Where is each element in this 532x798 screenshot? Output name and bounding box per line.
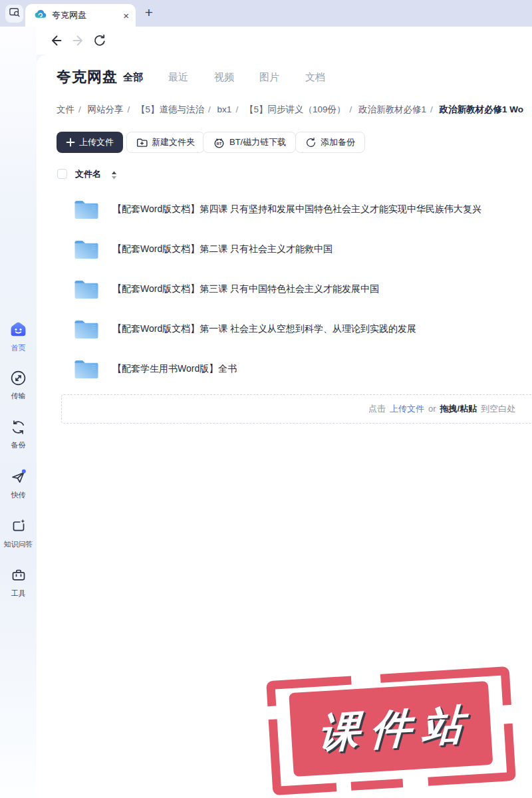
main-content: 夸克网盘 全部 最近 视频 图片 文档 文件/ 网站分享/ 【5】道德与法治/ … bbox=[37, 55, 532, 798]
tab-all[interactable]: 全部 bbox=[123, 71, 143, 84]
breadcrumb-separator: / bbox=[78, 104, 81, 114]
backup-sync-icon bbox=[10, 426, 27, 438]
home-icon bbox=[9, 321, 27, 341]
sidebar-item-label: 传输 bbox=[0, 391, 37, 401]
sidebar-item-knowledge-qa[interactable]: 知识问答 bbox=[0, 517, 37, 549]
folder-icon bbox=[74, 319, 99, 342]
sidebar-item-home[interactable]: 首页 bbox=[0, 321, 37, 353]
file-row[interactable]: 【配套学生用书Word版】全书 bbox=[37, 349, 532, 389]
breadcrumb-separator: / bbox=[208, 104, 211, 114]
sidebar-item-transfer[interactable]: 传输 bbox=[0, 370, 37, 401]
browser-tab-bar: 夸克网盘 × + bbox=[0, 0, 532, 27]
bt-magnet-download-button[interactable]: BT BT/磁力链下载 bbox=[203, 132, 296, 153]
tab-recent[interactable]: 最近 bbox=[168, 71, 188, 84]
folder-icon bbox=[74, 358, 99, 382]
stamp-body: 课件站 bbox=[289, 681, 493, 777]
svg-text:BT: BT bbox=[217, 141, 222, 145]
quark-logo-icon bbox=[34, 8, 47, 23]
sidebar-item-backup[interactable]: 备份 bbox=[0, 419, 37, 450]
breadcrumb-item[interactable]: 政治新教材必修1 bbox=[358, 104, 426, 114]
upload-hint: 点击上传文件or拖拽/粘贴到空白处 bbox=[368, 395, 515, 423]
browser-tab-quark[interactable]: 夸克网盘 × bbox=[25, 4, 136, 27]
breadcrumb-separator: / bbox=[430, 104, 433, 114]
new-tab-button[interactable]: + bbox=[140, 3, 158, 22]
back-icon[interactable] bbox=[49, 34, 63, 47]
breadcrumb-separator: / bbox=[128, 104, 130, 114]
folder-icon bbox=[74, 279, 99, 302]
sidebar bbox=[0, 27, 37, 798]
file-row[interactable]: 【配套Word版文档】第四课 只有坚持和发展中国特色社会主义才能实现中华民族伟大… bbox=[37, 190, 532, 229]
breadcrumb-item[interactable]: 【5】道德与法治 bbox=[136, 104, 204, 114]
file-name[interactable]: 【配套Word版文档】第四课 只有坚持和发展中国特色社会主义才能实现中华民族伟大… bbox=[112, 203, 481, 215]
sidebar-item-label: 快传 bbox=[0, 490, 37, 500]
file-name[interactable]: 【配套Word版文档】第三课 只有中国特色社会主义才能发展中国 bbox=[112, 283, 379, 295]
watermark-stamp: 课件站 bbox=[266, 666, 516, 795]
file-name[interactable]: 【配套Word版文档】第二课 只有社会主义才能救中国 bbox=[112, 243, 332, 255]
paper-plane-icon bbox=[10, 476, 27, 487]
stamp-text: 课件站 bbox=[307, 696, 475, 762]
breadcrumb-item[interactable]: bx1 bbox=[217, 104, 232, 114]
file-row[interactable]: 【配套Word版文档】第二课 只有社会主义才能救中国 bbox=[37, 229, 532, 269]
add-backup-button[interactable]: 添加备份 bbox=[295, 132, 365, 153]
breadcrumb-separator: / bbox=[349, 104, 352, 114]
tab-close-icon[interactable]: × bbox=[123, 11, 129, 21]
sidebar-item-label: 知识问答 bbox=[0, 539, 37, 549]
tab-video[interactable]: 视频 bbox=[214, 71, 234, 84]
file-list-header: 文件名 bbox=[37, 167, 532, 183]
sidebar-item-quick-send[interactable]: 快传 bbox=[0, 468, 37, 500]
sidebar-item-label: 备份 bbox=[0, 440, 37, 450]
file-row[interactable]: 【配套Word版文档】第一课 社会主义从空想到科学、从理论到实践的发展 bbox=[37, 309, 532, 349]
tab-search-icon bbox=[9, 7, 20, 20]
tab-search-button[interactable] bbox=[5, 5, 23, 23]
folder-icon bbox=[74, 239, 99, 262]
new-folder-icon bbox=[136, 138, 148, 148]
upload-dropzone[interactable]: 点击上传文件or拖拽/粘贴到空白处 bbox=[61, 394, 532, 424]
breadcrumb-item[interactable]: 网站分享 bbox=[88, 104, 124, 114]
sidebar-item-label: 首页 bbox=[0, 343, 37, 353]
bt-magnet-icon: BT bbox=[213, 136, 225, 149]
toolbox-icon bbox=[10, 575, 27, 586]
sidebar-item-label: 工具 bbox=[0, 589, 37, 598]
breadcrumb: 文件/ 网站分享/ 【5】道德与法治/ bx1/ 【5】同步讲义（109份）/ … bbox=[57, 104, 532, 116]
refresh-icon[interactable] bbox=[93, 34, 106, 47]
sidebar-item-tools[interactable]: 工具 bbox=[0, 567, 37, 598]
upload-file-button[interactable]: 上传文件 bbox=[57, 132, 123, 153]
tab-doc[interactable]: 文档 bbox=[305, 71, 325, 84]
sort-icon[interactable] bbox=[111, 170, 117, 182]
tab-title: 夸克网盘 bbox=[52, 9, 123, 21]
new-folder-button[interactable]: 新建文件夹 bbox=[126, 132, 205, 153]
browser-nav-bar: 搜网盘、搜当前文件夹或搜全网（Ctrl + F） bbox=[0, 27, 532, 55]
page-title: 夸克网盘 bbox=[57, 67, 118, 87]
file-row[interactable]: 【配套Word版文档】第三课 只有中国特色社会主义才能发展中国 bbox=[37, 269, 532, 309]
upload-file-link[interactable]: 上传文件 bbox=[390, 404, 424, 414]
transfer-icon bbox=[10, 377, 27, 388]
file-name[interactable]: 【配套Word版文档】第一课 社会主义从空想到科学、从理论到实践的发展 bbox=[112, 323, 416, 335]
file-name[interactable]: 【配套学生用书Word版】全书 bbox=[112, 363, 237, 375]
forward-icon bbox=[72, 34, 85, 47]
plus-icon bbox=[66, 138, 75, 147]
knowledge-qa-icon bbox=[10, 525, 27, 537]
breadcrumb-item[interactable]: 文件 bbox=[57, 104, 74, 114]
folder-icon bbox=[74, 199, 99, 222]
backup-circle-icon bbox=[305, 137, 317, 148]
breadcrumb-current: 政治新教材必修1 Wo bbox=[440, 104, 524, 114]
filename-column-header: 文件名 bbox=[75, 168, 101, 180]
breadcrumb-item[interactable]: 【5】同步讲义（109份） bbox=[245, 104, 346, 114]
file-list: 【配套Word版文档】第四课 只有坚持和发展中国特色社会主义才能实现中华民族伟大… bbox=[37, 190, 532, 389]
tab-image[interactable]: 图片 bbox=[259, 71, 279, 84]
select-all-checkbox[interactable] bbox=[57, 169, 67, 179]
breadcrumb-separator: / bbox=[235, 104, 238, 114]
